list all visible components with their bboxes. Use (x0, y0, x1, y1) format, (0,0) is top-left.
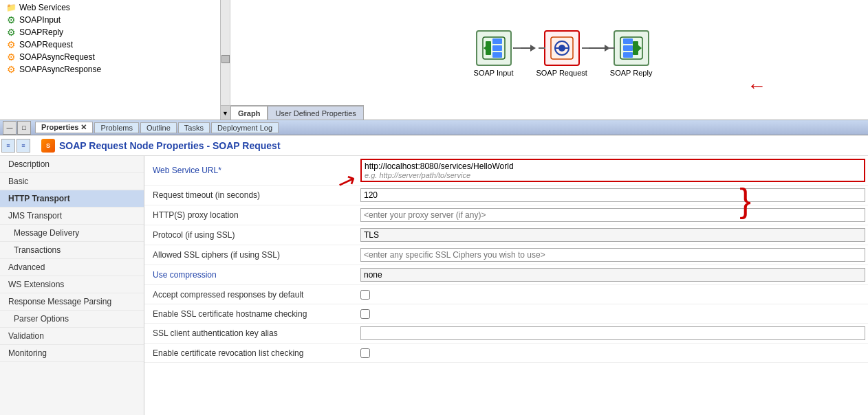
url-value: http://localhost:8080/services/HelloWorl… (365, 161, 861, 171)
value-protocol (358, 227, 868, 243)
label-ssl-key-alias: SSL client authentication key alias (144, 326, 358, 341)
input-proxy-location[interactable] (360, 208, 865, 222)
tab-outline[interactable]: Outline (140, 122, 177, 133)
label-ssl-ciphers: Allowed SSL ciphers (if using SSL) (144, 247, 358, 262)
nav-description[interactable]: Description (0, 156, 144, 173)
label-cert-revocation: Enable certificate revocation list check… (144, 346, 358, 361)
form-row-ssl-hostname: Enable SSL certificate hostname checking (144, 304, 868, 324)
tree-item-soapreply[interactable]: ⚙ SOAPReply (0, 26, 230, 38)
form-row-compression: Use compression (144, 265, 868, 285)
soap-input-icon: ⚙ (6, 14, 17, 25)
props-content: Description Basic HTTP Transport JMS Tra… (0, 156, 868, 415)
flow-canvas: SOAP Input SOAP Request (230, 0, 868, 106)
tab-problems[interactable]: Problems (94, 122, 138, 133)
value-ssl-ciphers (358, 247, 868, 263)
props-form: ↙ } Web Service URL* http://localhost:80… (144, 156, 868, 415)
props-title-icon: S (41, 139, 55, 153)
tab-deployment-log[interactable]: Deployment Log (211, 122, 279, 133)
soap-reply-icon: ⚙ (6, 27, 17, 38)
tab-properties[interactable]: Properties ✕ (35, 122, 93, 133)
value-use-compression (358, 267, 868, 283)
maximize-button[interactable]: □ (17, 121, 31, 135)
soap-async-request-icon: ⚙ (6, 52, 17, 63)
props-nav: Description Basic HTTP Transport JMS Tra… (0, 156, 144, 415)
nav-advanced[interactable]: Advanced (0, 259, 144, 276)
tab-tasks[interactable]: Tasks (178, 122, 210, 133)
nav-basic[interactable]: Basic (0, 173, 144, 190)
side-panel-icon2[interactable]: ≡ (17, 139, 30, 153)
nav-response-message-parsing[interactable]: Response Message Parsing (0, 293, 144, 311)
checkbox-ssl-hostname[interactable] (360, 309, 370, 319)
tree-item-webservices[interactable]: 📁 Web Services (0, 1, 230, 14)
value-proxy-location (358, 207, 868, 223)
nav-transactions[interactable]: Transactions (0, 242, 144, 259)
form-row-ssl-key-alias: SSL client authentication key alias (144, 324, 868, 344)
value-web-service-url: http://localhost:8080/services/HelloWorl… (358, 157, 868, 183)
tree-item-soapasyncrequest[interactable]: ⚙ SOAPAsyncRequest (0, 51, 230, 63)
value-request-timeout (358, 187, 868, 203)
tree-item-soapasyncresponse[interactable]: ⚙ SOAPAsyncResponse (0, 63, 230, 76)
soap-input-node-icon (481, 36, 506, 60)
form-row-proxy: HTTP(S) proxy location (144, 205, 868, 225)
form-row-timeout: Request timeout (in seconds) (144, 186, 868, 205)
form-row-url: Web Service URL* http://localhost:8080/s… (144, 156, 868, 186)
soap-request-node-icon (550, 36, 574, 60)
svg-point-8 (558, 45, 565, 52)
annotation-brace: } (739, 183, 751, 218)
svg-rect-4 (492, 52, 502, 58)
value-ssl-hostname (358, 308, 868, 320)
tree-item-soapinput[interactable]: ⚙ SOAPInput (0, 14, 230, 26)
input-ssl-key-alias[interactable] (360, 326, 865, 340)
input-protocol[interactable] (360, 228, 865, 242)
label-request-timeout: Request timeout (in seconds) (144, 188, 358, 203)
scroll-down-arrow[interactable]: ▼ (220, 105, 230, 120)
input-request-timeout[interactable] (360, 188, 865, 202)
bottom-panel: — □ Properties ✕ Problems Outline Tasks … (0, 120, 868, 415)
graph-tabs: Graph User Defined Properties (230, 105, 364, 120)
svg-rect-3 (492, 45, 502, 51)
side-panel-icon[interactable]: ≡ (1, 139, 15, 153)
checkbox-accept-compressed[interactable] (360, 290, 370, 300)
tab-graph[interactable]: Graph (230, 106, 268, 120)
folder-icon: 📁 (6, 2, 17, 13)
url-container[interactable]: http://localhost:8080/services/HelloWorl… (360, 159, 865, 182)
label-ssl-hostname: Enable SSL certificate hostname checking (144, 306, 358, 322)
soap-reply-node-icon (619, 36, 644, 60)
nav-ws-extensions[interactable]: WS Extensions (0, 276, 144, 293)
tree-item-soaprequest[interactable]: ⚙ SOAPRequest (0, 38, 230, 51)
annotation-arrow-1: ↓ (747, 82, 769, 91)
flow-node-soap-input[interactable]: SOAP Input (474, 30, 514, 77)
svg-rect-15 (623, 52, 633, 58)
form-row-ssl-ciphers: Allowed SSL ciphers (if using SSL) (144, 245, 868, 265)
nav-monitoring[interactable]: Monitoring (0, 345, 144, 362)
svg-rect-13 (623, 38, 633, 44)
props-title-bar: ≡ ≡ S SOAP Request Node Properties - SOA… (0, 135, 868, 156)
label-use-compression: Use compression (144, 267, 358, 282)
nav-parser-options[interactable]: Parser Options (0, 311, 144, 328)
tab-user-defined-properties[interactable]: User Defined Properties (268, 106, 363, 120)
nav-jms-transport[interactable]: JMS Transport (0, 208, 144, 225)
input-compression[interactable] (360, 268, 865, 282)
checkbox-cert-revocation[interactable] (360, 348, 370, 358)
nav-validation[interactable]: Validation (0, 328, 144, 345)
svg-rect-2 (492, 38, 502, 44)
flow-node-soap-request[interactable]: SOAP Request (536, 30, 587, 77)
form-row-protocol: Protocol (if using SSL) (144, 225, 868, 245)
label-proxy-location: HTTP(S) proxy location (144, 208, 358, 223)
soap-async-response-icon: ⚙ (6, 64, 17, 75)
nav-http-transport[interactable]: HTTP Transport (0, 190, 144, 208)
label-web-service-url: Web Service URL* (144, 163, 358, 178)
flow-node-soap-reply[interactable]: SOAP Reply (610, 30, 653, 77)
props-header-bar: — □ Properties ✕ Problems Outline Tasks … (0, 120, 868, 135)
input-ssl-ciphers[interactable] (360, 248, 865, 262)
nav-message-delivery[interactable]: Message Delivery (0, 225, 144, 242)
url-hint: e.g. http://server/path/to/service (365, 171, 861, 179)
svg-rect-14 (623, 45, 633, 51)
props-title-text: SOAP Request Node Properties - SOAP Requ… (59, 140, 281, 151)
minimize-button[interactable]: — (3, 121, 17, 135)
value-accept-compressed (358, 289, 868, 301)
tree-sidebar: 📁 Web Services ⚙ SOAPInput ⚙ SOAPReply ⚙… (0, 0, 230, 120)
label-protocol: Protocol (if using SSL) (144, 227, 358, 243)
form-row-accept-compressed: Accept compressed responses by default (144, 285, 868, 304)
value-ssl-key-alias (358, 325, 868, 341)
